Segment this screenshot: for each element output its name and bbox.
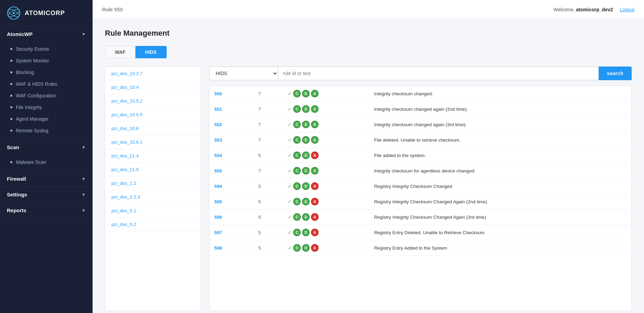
sidebar-item-system-monitor[interactable]: System Monitor <box>0 55 93 67</box>
logout-button[interactable]: Logout <box>620 7 634 12</box>
search-button[interactable]: search <box>599 67 632 80</box>
rule-id-cell[interactable]: 551 <box>210 101 253 117</box>
sidebar-section-atomicwp: AtomicWP ▼ Security Events System Monito… <box>0 26 93 140</box>
sidebar-section-settings-label: Settings <box>7 192 27 197</box>
table-row[interactable]: 5975✓CDARegistry Entry Deleted. Unable t… <box>210 225 631 240</box>
rule-desc-cell: File added to the system. <box>369 148 631 163</box>
checkmark-icon: ✓ <box>288 106 292 112</box>
green-circle-icon: C <box>293 121 301 128</box>
hids-select[interactable]: HIDS WAF <box>209 67 278 80</box>
rule-group-item[interactable]: pci_dss_11.5 <box>105 163 201 177</box>
checkmark-icon: ✓ <box>288 91 292 96</box>
table-row[interactable]: 5965✓CDARegistry Integrity Checksum Chan… <box>210 209 631 225</box>
rule-level-cell: 7 <box>253 86 283 101</box>
table-row[interactable]: 5507✓CDAIntegrity checksum changed. <box>210 86 631 101</box>
rule-group-item[interactable]: pci_dss_10.5.2 <box>105 94 201 108</box>
tab-bar: WAF HIDS <box>105 46 632 58</box>
rule-id-cell[interactable]: 596 <box>210 209 253 225</box>
sidebar-item-malware-scan[interactable]: Malware Scan <box>0 156 93 168</box>
rule-id-cell[interactable]: 595 <box>210 194 253 209</box>
rule-id-cell[interactable]: 550 <box>210 86 253 101</box>
rule-group-item[interactable]: pci_dss_10.2.7 <box>105 67 201 81</box>
table-row[interactable]: 5557✓CDAIntegrity checksum for agentless… <box>210 163 631 179</box>
username: atomicorp_dev2 <box>576 7 613 12</box>
rule-id-cell[interactable]: 553 <box>210 132 253 148</box>
sidebar-item-waf-configuration[interactable]: WAF Configuration <box>0 90 93 101</box>
sidebar-item-security-events[interactable]: Security Events <box>0 43 93 55</box>
table-row[interactable]: 5537✓CDAFile deleted. Unable to retrieve… <box>210 132 631 148</box>
rule-icons-cell: ✓CDA <box>283 101 369 117</box>
sidebar-item-label: WAF Configuration <box>16 93 56 98</box>
sidebar-item-blocking[interactable]: Blocking <box>0 67 93 78</box>
rule-id-cell[interactable]: 555 <box>210 163 253 179</box>
search-input[interactable] <box>278 67 599 80</box>
header: Rule 550 Welcome, atomicorp_dev2 Logout <box>93 0 644 19</box>
dot-icon <box>10 106 12 108</box>
sidebar-section-reports-label: Reports <box>7 207 26 213</box>
sidebar-logo: ATOMICORP <box>0 0 93 26</box>
rule-level-cell: 5 <box>253 194 283 209</box>
sidebar-item-label: Agent Manager <box>16 116 49 122</box>
main-content: Rule 550 Welcome, atomicorp_dev2 Logout … <box>93 0 644 313</box>
red-circle-icon: A <box>311 152 319 159</box>
dot-icon <box>10 95 12 97</box>
sidebar-item-agent-manager[interactable]: Agent Manager <box>0 113 93 125</box>
table-row[interactable]: 5545✓CDAFile added to the system. <box>210 148 631 163</box>
sidebar-item-label: File Integrity <box>16 105 42 110</box>
tab-waf[interactable]: WAF <box>105 46 135 58</box>
rule-id-cell[interactable]: 552 <box>210 117 253 132</box>
rule-group-item[interactable]: pci_dss_11.4 <box>105 149 201 163</box>
sidebar-section-firewall-header[interactable]: Firewall ▼ <box>0 171 93 186</box>
rule-group-item[interactable]: pci_dss_5.2 <box>105 218 201 231</box>
sidebar-item-file-integrity[interactable]: File Integrity <box>0 101 93 113</box>
sidebar-item-label: Blocking <box>16 70 34 75</box>
green-circle-icon: C <box>293 167 301 174</box>
rule-id-cell[interactable]: 597 <box>210 225 253 240</box>
rule-group-item[interactable]: pci_dss_5.1 <box>105 204 201 218</box>
rule-group-item[interactable]: pci_dss_2.2.3 <box>105 190 201 204</box>
rule-icons-cell: ✓CDA <box>283 163 369 179</box>
rule-groups-scroll[interactable]: pci_dss_10.2.7pci_dss_10.4pci_dss_10.5.2… <box>105 67 201 311</box>
table-row[interactable]: 5527✓CDAIntegrity checksum changed again… <box>210 117 631 132</box>
green-circle-icon: C <box>293 244 301 252</box>
rule-group-item[interactable]: pci_dss_10.6.1 <box>105 135 201 149</box>
rule-icons-cell: ✓CDA <box>283 225 369 240</box>
green-circle-icon: C <box>293 90 301 97</box>
green-circle-icon: C <box>293 105 301 113</box>
dot-icon <box>10 118 12 120</box>
sidebar-item-waf-hids-rules[interactable]: WAF & HIDS Rules <box>0 78 93 90</box>
rules-tbody: 5507✓CDAIntegrity checksum changed.5517✓… <box>210 86 631 256</box>
rule-group-item[interactable]: pci_dss_10.5.5 <box>105 108 201 122</box>
checkmark-icon: ✓ <box>288 168 292 173</box>
table-row[interactable]: 5985✓CDARegistry Entry Added to the Syst… <box>210 240 631 256</box>
rule-desc-cell: Integrity checksum changed again (3rd ti… <box>369 117 631 132</box>
sidebar-item-remote-syslog[interactable]: Remote Syslog <box>0 125 93 136</box>
table-row[interactable]: 5517✓CDAIntegrity checksum changed again… <box>210 101 631 117</box>
rule-group-item[interactable]: pci_dss_2.2 <box>105 177 201 190</box>
dot-icon <box>10 71 12 73</box>
green-circle-icon: A <box>311 167 319 174</box>
sidebar-atomicwp-items: Security Events System Monitor Blocking … <box>0 42 93 139</box>
sidebar-section-settings-header[interactable]: Settings ▼ <box>0 187 93 202</box>
rule-group-item[interactable]: pci_dss_10.4 <box>105 81 201 94</box>
rule-desc-cell: Registry Integrity Checksum Changed <box>369 179 631 194</box>
chevron-down-icon: ▼ <box>82 32 86 37</box>
atomicorp-logo-icon <box>7 6 21 20</box>
rules-table: 5507✓CDAIntegrity checksum changed.5517✓… <box>210 86 631 256</box>
table-row[interactable]: 5955✓CDARegistry Integrity Checksum Chan… <box>210 194 631 209</box>
rule-icons-cell: ✓CDA <box>283 86 369 101</box>
sidebar-scan-items: Malware Scan <box>0 155 93 171</box>
table-row[interactable]: 5945✓CDARegistry Integrity Checksum Chan… <box>210 179 631 194</box>
rule-group-item[interactable]: pci_dss_10.6 <box>105 122 201 135</box>
tab-hids[interactable]: HIDS <box>135 46 166 58</box>
rule-id-cell[interactable]: 554 <box>210 148 253 163</box>
sidebar-section-atomicwp-header[interactable]: AtomicWP ▼ <box>0 26 93 42</box>
green-circle-icon: D <box>302 198 310 205</box>
sidebar-section-scan-header[interactable]: Scan ▼ <box>0 140 93 155</box>
sidebar-section-reports-header[interactable]: Reports ▼ <box>0 203 93 218</box>
rule-id-cell[interactable]: 594 <box>210 179 253 194</box>
green-circle-icon: D <box>302 90 310 97</box>
header-user-area: Welcome, atomicorp_dev2 Logout <box>553 7 634 12</box>
rule-icons-cell: ✓CDA <box>283 240 369 256</box>
rule-id-cell[interactable]: 598 <box>210 240 253 256</box>
